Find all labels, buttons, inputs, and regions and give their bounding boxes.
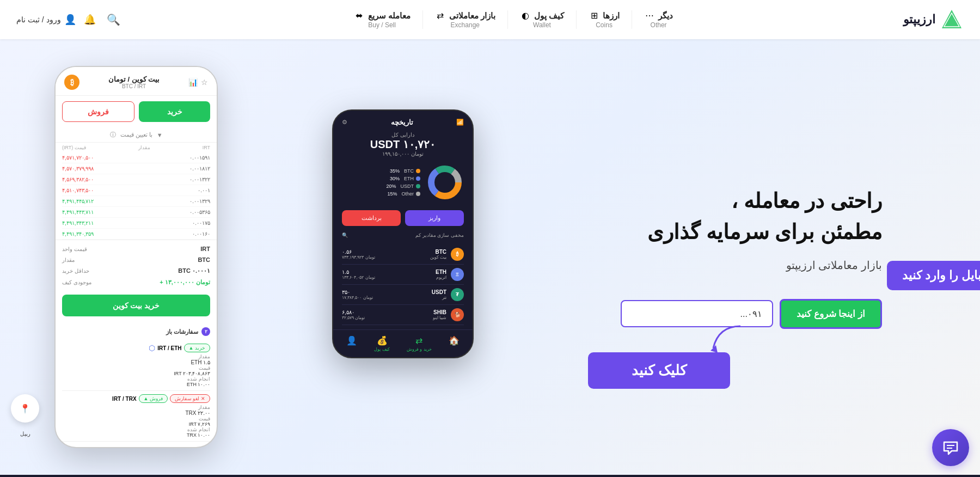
table-row: ۰.۰۰۱۳۲۹۴,۴۹۱,۴۴۵,۷۱۲	[62, 196, 210, 207]
cancel-badge: ✕ لغو سفارش	[170, 394, 210, 403]
open-orders-section: ۲ سفارشات باز خرید ▲ IRT / ETH ⬡ مقدار	[56, 322, 217, 447]
annotation-click-label: کلیک کنید	[588, 352, 730, 389]
signal-icon: 📶	[456, 119, 464, 126]
wallet-icon: ◐	[520, 10, 531, 21]
table-row: ۰.۰۰۱۶۰۴,۴۹۱,۳۴۰,۳۵۹	[62, 229, 210, 240]
phone-buy-button[interactable]: خرید بیت کوین	[62, 295, 210, 316]
start-button[interactable]: از اینجا شروع کنید	[780, 299, 882, 329]
user-icon: 👤	[64, 14, 76, 26]
usdt-coin-icon: ₮	[451, 288, 464, 301]
buysell-icon: ⬌	[354, 10, 365, 21]
chart-icon: 📊	[188, 78, 198, 87]
list-item: 🐕 SHIB شیبا اینو ۶,۵۸۰ تومان ۳۲,۵۷۹	[342, 305, 464, 325]
arrow-icon	[708, 323, 751, 356]
svg-point-6	[431, 169, 458, 196]
search-icon[interactable]: 🔍	[103, 10, 124, 29]
phone-mockup-wallet: 📶 تاریخچه ⚙ دارایی کل ۱۰,۷۲۰ USDT تومان …	[332, 109, 474, 358]
navbar: ارزیپتو دیگر ⋯ Other ارزها ⊞ Coins کیف پ…	[0, 0, 980, 39]
table-row: ۰.۰۰۱۴,۵۱۰,۷۴۳,۵۰۰	[62, 185, 210, 196]
support-icon: 📍	[20, 403, 30, 414]
hero-right: ☆ 📊 بیت کوین / تومان BTC / IRT ₿ خرید فر…	[54, 66, 457, 448]
login-label: ورود / ثبت نام	[16, 15, 61, 24]
legend-usdt: USDT20%	[386, 184, 420, 189]
withdraw-button[interactable]: برداشت	[342, 210, 401, 226]
sidebar-item-other[interactable]: دیگر ⋯ Other	[632, 10, 685, 29]
settings-icon: ⚙	[342, 119, 347, 126]
sidebar-item-wallet[interactable]: کیف پول ◐ Wallet	[508, 10, 577, 29]
donut-legend: BTC35% ETH30% USDT20% Other15%	[386, 168, 420, 197]
annotation-phone-label: شماره موبایل را وارد کنید	[887, 261, 980, 290]
logo[interactable]: ارزیپتو	[903, 8, 964, 32]
wallet-header: 📶 تاریخچه ⚙	[333, 111, 473, 130]
list-item: Ξ ETH اتریوم ۱.۵ تومان ۱۳۳,۶۰۴,۰۵۲	[342, 265, 464, 285]
discount-value: تومان ۱۳,۰۰۰,۰۰۰ +	[160, 279, 210, 286]
chat-bubble[interactable]	[932, 429, 969, 466]
login-button[interactable]: 👤 ورود / ثبت نام	[16, 14, 76, 26]
table-row: ۰.۰۰۱۵۹۱۴,۵۷۱,۷۲۰,۵۰۰	[62, 152, 210, 163]
legend-other: Other15%	[386, 191, 420, 197]
sell-badge: فروش ▲	[139, 394, 168, 403]
phone-header: ☆ 📊 بیت کوین / تومان BTC / IRT ₿	[56, 67, 217, 96]
qty-value: BTC	[198, 256, 210, 263]
table-row: ۰.۰۰۵۳۶۵۴,۴۹۱,۴۴۳,۷۱۱	[62, 207, 210, 218]
sidebar-item-exchange[interactable]: بازار معاملاتی ⇄ Exchange	[423, 10, 508, 29]
table-row: ۰.۰۰۱۸۱۲۴,۵۷۰,۳۷۹,۹۹۸	[62, 163, 210, 174]
donut-chart-area: BTC35% ETH30% USDT20% Other15%	[333, 159, 473, 206]
ticker-bar: ▼ (%0.4) IRT 294,433,530 اتریوم ▲ (%2.5)…	[0, 475, 980, 477]
chat-icon	[941, 438, 960, 457]
phone-form-section: IRT قیمت واحد BTC مقدار BTC ۰.۰۰۰۱ حداقل…	[56, 240, 217, 322]
orders-count-badge: ۲	[201, 327, 210, 336]
shib-coin-icon: 🐕	[451, 308, 464, 321]
search-wallet-icon[interactable]: 🔍	[342, 233, 348, 238]
portfolio-chart	[426, 163, 464, 201]
sidebar-item-buysell[interactable]: معامله سریع ⬌ Buy / Sell	[342, 10, 423, 29]
buy-badge: خرید ▲	[184, 344, 210, 352]
discount-label: موجودی کیف	[62, 279, 91, 285]
wallet-tab-home[interactable]: 🏠	[449, 335, 460, 352]
col1-header: قیمت (IRT)	[62, 145, 86, 150]
unit-value: IRT	[200, 246, 210, 252]
table-row: ۰.۰۰۱۳۲۲۴,۵۶۹,۳۸۲,۵۰۰	[62, 174, 210, 185]
phone-mockup-trading: ☆ 📊 بیت کوین / تومان BTC / IRT ₿ خرید فر…	[54, 66, 218, 448]
sell-tab[interactable]: فروش	[62, 101, 134, 122]
buy-tab[interactable]: خرید	[139, 101, 210, 122]
col2-header: مقدار	[138, 145, 150, 150]
balance-sub: تومان ۱۹۹,۱۵۰,۰۰۰	[333, 151, 473, 157]
deposit-button[interactable]: واریز	[405, 210, 464, 226]
unit-label: قیمت واحد	[62, 246, 87, 252]
logo-text: ارزیپتو	[903, 13, 935, 27]
exchange-icon: ⇄	[435, 10, 446, 21]
balance-amount: ۱۰,۷۲۰ USDT	[333, 138, 473, 151]
nav-menu: دیگر ⋯ Other ارزها ⊞ Coins کیف پول ◐ Wal…	[342, 10, 685, 29]
wallet-tab-buysell[interactable]: ⇄ خرید و فروش	[407, 335, 431, 352]
notification-icon[interactable]: 🔔	[81, 10, 99, 29]
price-row: ▼ با تعیین قیمت ⓘ	[56, 127, 217, 143]
matching-label: مخفی سازی مقادیر کم	[415, 233, 464, 238]
support-bubble[interactable]: 📍	[11, 394, 39, 423]
star-icon: ☆	[201, 78, 208, 87]
hero-section: راحتی در معامله ، مطمئن برای سرمایه گذار…	[0, 39, 980, 475]
qty-label: مقدار	[62, 257, 75, 263]
wallet-title: تاریخچه	[391, 118, 413, 126]
list-item: ₮ USDT تتر ۳۵۰ تومان ۱۷,۳۸۴,۵۰۰	[342, 285, 464, 305]
info-icon: ⓘ	[110, 131, 116, 139]
hero-subtitle: بازار معاملاتی ارزیپتو	[786, 259, 882, 272]
hero-content: راحتی در معامله ، مطمئن برای سرمایه گذار…	[54, 66, 926, 448]
wallet-tab-wallet[interactable]: 💰 کیف پول	[374, 335, 389, 352]
price-label: با تعیین قیمت	[120, 131, 152, 138]
col3-header: IRT	[203, 145, 210, 150]
list-item: ✕ لغو سفارش فروش ▲ IRT / TRX مقدار TRX ۲…	[62, 391, 210, 442]
wallet-tab-profile[interactable]: 👤	[346, 335, 357, 352]
support-label: ریپل	[5, 431, 45, 437]
hero-title-line2: مطمئن برای سرمایه گذاری	[647, 217, 882, 248]
coins-icon: ⊞	[589, 10, 599, 21]
sidebar-item-coins[interactable]: ارزها ⊞ Coins	[577, 10, 632, 29]
phone-header-sub: BTC / IRT	[108, 83, 160, 89]
other-icon: ⋯	[644, 10, 655, 21]
table-row: ۰.۰۰۱۷۵۴,۴۹۱,۳۴۳,۲۱۱	[62, 218, 210, 229]
hero-title: راحتی در معامله ، مطمئن برای سرمایه گذار…	[647, 186, 882, 248]
phone-buy-sell: خرید فروش	[56, 96, 217, 127]
list-item: خرید ▲ IRT / ETH ⬡ مقدار ETH ۱.۵ قیمت IR…	[62, 340, 210, 391]
wallet-coin-list: ₿ BTC بیت کوین ۰.۵۶ تومان ۷۳۳,۱۹۳,۹۲۳	[333, 240, 473, 329]
legend-btc: BTC35%	[386, 168, 420, 174]
